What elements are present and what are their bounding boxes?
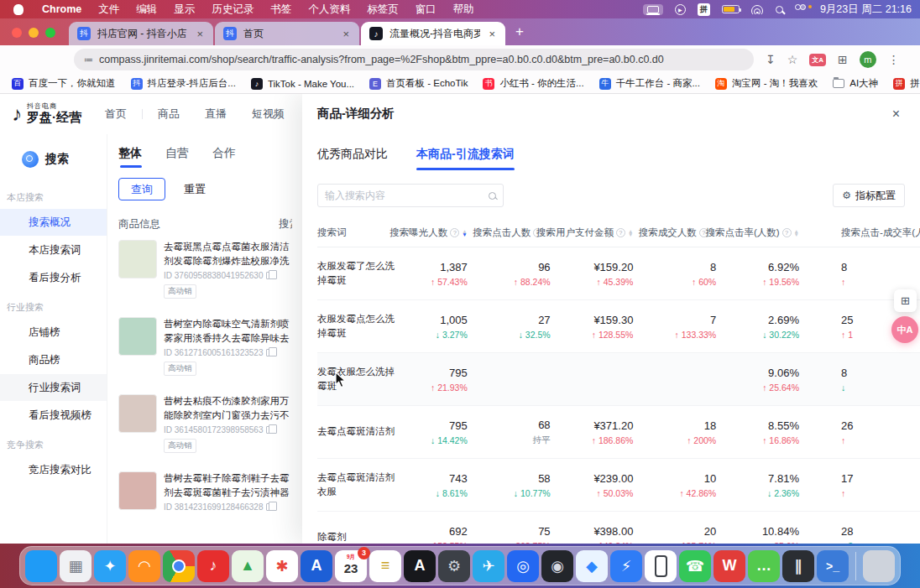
browser-tab-2[interactable]: ♪流量概况-抖音电商罗盘× — [361, 22, 505, 45]
sort-down-caret[interactable]: ▼ — [628, 233, 633, 237]
dock-facetime-icon[interactable]: ☎ — [679, 550, 711, 582]
help-icon[interactable]: ? — [450, 228, 459, 237]
extensions-icon[interactable]: ⊞ — [838, 53, 848, 66]
url-bar[interactable]: ≔ compass.jinritemai.com/shop/search/tra… — [74, 49, 754, 70]
close-window-button[interactable] — [12, 28, 22, 38]
tab-close-icon[interactable]: × — [341, 28, 351, 40]
modal-close-icon[interactable]: × — [892, 107, 900, 122]
dock-terminal-blue-icon[interactable]: >_ — [817, 550, 849, 582]
sidebar-item-7[interactable]: 行业搜索词 — [0, 374, 107, 401]
dock-kite-icon[interactable]: ◆ — [576, 550, 608, 582]
modal-tab-0[interactable]: 优秀商品对比 — [317, 147, 388, 170]
copy-icon[interactable] — [266, 503, 273, 511]
copy-icon[interactable] — [266, 349, 273, 356]
dock-parallels-icon[interactable]: ∥ — [782, 550, 814, 582]
dock-firefox-icon[interactable]: ◠ — [128, 550, 160, 582]
menu-item-8[interactable]: 窗口 — [407, 0, 445, 18]
column-header-6[interactable]: 搜索点击-成交率(人数) — [816, 226, 920, 239]
scope-tab-1[interactable]: 自营 — [165, 146, 189, 168]
scope-tab-0[interactable]: 整体 — [118, 146, 142, 168]
dock-iphone-mirroring-icon[interactable] — [645, 550, 677, 582]
menu-item-3[interactable]: 显示 — [165, 0, 203, 18]
scope-tab-2[interactable]: 合作 — [212, 146, 236, 168]
bookmark-2[interactable]: ♪TikTok - Make You... — [251, 78, 354, 90]
bookmark-8[interactable]: 拼拼多多 商家后台 — [893, 77, 920, 90]
copy-icon[interactable] — [266, 426, 273, 434]
bookmark-1[interactable]: 抖抖店登录-抖店后台... — [131, 77, 236, 90]
menu-item-6[interactable]: 个人资料 — [300, 0, 358, 18]
menu-item-0[interactable]: Chrome — [34, 0, 90, 18]
url-text[interactable]: compass.jinritemai.com/shop/search/traff… — [99, 54, 664, 65]
dock-safari-icon[interactable]: ✦ — [94, 550, 126, 582]
sidebar-item-8[interactable]: 看后搜视频榜 — [0, 402, 107, 429]
keyword-search-input[interactable] — [325, 190, 489, 201]
play-circle-icon[interactable]: ▶ — [675, 4, 686, 15]
column-header-5[interactable]: 搜索点击率(人数)?▲▼ — [733, 226, 816, 239]
user-switch-icon[interactable] — [795, 4, 808, 14]
dock-app-blue-a-icon[interactable]: A — [301, 550, 332, 582]
site-nav-3[interactable]: 短视频 — [252, 107, 285, 122]
product-card-0[interactable]: 去霉斑黑点霉点霉菌衣服清洁剂发霉除霉剂爆炸盐校服净洗衣...ID 3760958… — [118, 240, 295, 299]
tab-close-icon[interactable]: × — [195, 28, 205, 40]
battery-icon[interactable] — [722, 5, 740, 13]
sidebar-item-2[interactable]: 本店搜索词 — [0, 237, 107, 263]
sort-down-caret[interactable]: ▼ — [462, 233, 467, 237]
bookmark-3[interactable]: E首页看板 - EchoTik — [369, 77, 468, 90]
dock-obs-icon[interactable]: ◉ — [541, 550, 573, 582]
dock-wps-icon[interactable]: W — [714, 550, 745, 582]
site-controls-icon[interactable]: ≔ — [84, 55, 92, 65]
product-card-2[interactable]: 昔树去粘痕不伤漆胶剂家用万能除胶剂室内门窗强力去污不干...ID 3614580… — [118, 394, 295, 453]
site-nav-1[interactable]: 商品 — [158, 107, 180, 122]
sort-down-caret[interactable]: ▼ — [794, 233, 799, 237]
menu-item-4[interactable]: 历史记录 — [203, 0, 262, 18]
modal-tab-1[interactable]: 本商品-引流搜索词 — [416, 147, 515, 170]
query-button[interactable]: 查询 — [118, 178, 165, 200]
menu-item-9[interactable]: 帮助 — [445, 0, 483, 18]
dock-photos-icon[interactable]: ✱ — [266, 550, 298, 582]
sidebar-item-3[interactable]: 看后搜分析 — [0, 264, 107, 291]
reset-button[interactable]: 重置 — [184, 182, 206, 197]
metric-config-button[interactable]: ⚙ 指标配置 — [833, 184, 905, 207]
bookmark-7[interactable]: AI大神 — [833, 77, 878, 90]
dock-maps-icon[interactable]: ▲ — [232, 550, 264, 582]
sort-carets[interactable]: ▲▼ — [462, 230, 467, 236]
tab-close-icon[interactable]: × — [487, 28, 497, 40]
menu-item-7[interactable]: 标签页 — [358, 0, 407, 18]
dock-app-dark-a-icon[interactable]: A — [404, 550, 436, 582]
bookmark-4[interactable]: 书小红书 - 你的生活... — [483, 77, 583, 90]
site-nav-2[interactable]: 直播 — [205, 107, 227, 122]
send-to-device-icon[interactable]: ↧ — [766, 53, 776, 66]
bookmark-star-icon[interactable]: ☆ — [787, 53, 798, 66]
search-icon[interactable] — [489, 192, 496, 200]
dock-thunder-icon[interactable]: ⚡ — [610, 550, 642, 582]
dock-chrome-icon[interactable] — [163, 550, 195, 582]
translate-icon[interactable]: 文A — [809, 54, 826, 66]
dock-finder-icon[interactable] — [25, 550, 57, 582]
minimize-window-button[interactable] — [29, 28, 39, 38]
bookmark-6[interactable]: 淘淘宝网 - 淘！我喜欢 — [715, 77, 818, 90]
profile-avatar[interactable]: m — [860, 51, 876, 68]
sidebar-item-5[interactable]: 店铺榜 — [0, 319, 107, 346]
spotlight-search-icon[interactable] — [776, 6, 783, 13]
column-header-1[interactable]: 搜索曝光人数?▲▼ — [401, 226, 484, 239]
wifi-icon[interactable] — [751, 5, 764, 14]
menu-dots-icon[interactable]: ⋮ — [888, 53, 900, 66]
maximize-window-button[interactable] — [45, 28, 55, 38]
apple-icon[interactable] — [13, 4, 24, 15]
menubar-clock[interactable]: 9月23日 周二 21:16 — [820, 3, 912, 17]
floating-translate-button[interactable]: 中A — [891, 316, 918, 343]
dock-notes-icon[interactable]: ≡ — [369, 550, 401, 582]
help-icon[interactable]: ? — [616, 228, 625, 237]
bookmark-0[interactable]: 百百度一下，你就知道 — [12, 77, 116, 90]
product-card-1[interactable]: 昔树室内除霉味空气清新剂喷雾家用淡香持久去霉除异味去味...ID 3612716… — [118, 317, 295, 376]
new-tab-button[interactable]: + — [515, 23, 524, 40]
dock-launchpad-icon[interactable]: ▦ — [60, 550, 91, 582]
floating-grid-button[interactable]: ⊞ — [894, 289, 917, 312]
dock-telegram-icon[interactable]: ✈ — [473, 550, 504, 582]
site-nav-0[interactable]: 首页 — [105, 107, 127, 122]
dock-messages-green-icon[interactable]: … — [748, 550, 780, 582]
site-logo[interactable]: ♪ 抖音电商 罗盘·经营 — [12, 102, 81, 126]
sort-carets[interactable]: ▲▼ — [794, 230, 799, 236]
browser-tab-0[interactable]: 抖抖店官网 - 抖音小店，抖音电...× — [69, 22, 213, 45]
browser-tab-1[interactable]: 抖首页× — [215, 22, 359, 45]
